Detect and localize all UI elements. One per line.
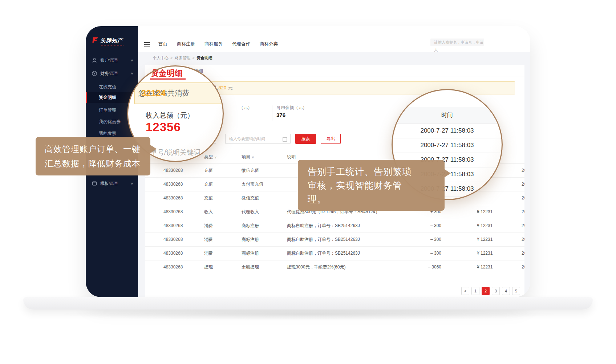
cell-type: 消费 [204,219,213,232]
pagination: < 1 2 3 4 5 [461,287,520,295]
cell-desc: 商标自助注册，订单号：SB2514263J [287,246,407,260]
export-button[interactable]: 导出 [321,134,341,144]
cell-project: 微信充值 [242,163,259,177]
banner-amount: 820 [219,85,227,90]
date-filter-input[interactable]: 输入你要查询的时间 [225,134,291,144]
cell-type: 消费 [204,246,213,260]
cell-amount: – 300 [412,246,441,260]
sidebar-item-account[interactable]: 账户管理 ∨ [86,55,138,66]
breadcrumb-item[interactable]: 个人中心 [153,56,169,60]
sidebar-item-recharge[interactable]: 在线充值 [99,81,137,92]
callout-text: 告别手工统计、告别繁琐 [308,165,435,178]
nav-item-trademark-services[interactable]: 商标服务 [204,41,223,47]
cell-order: 48330268 [163,260,183,274]
column-project[interactable]: 项目 [242,154,250,159]
cell-balance: ¥ 12231 [477,260,493,274]
stat2-label: （元） [239,105,252,111]
callout-text: 汇总数据，降低财务成本 [45,156,141,171]
cell-time: 2000-7-27 11:58:03 [522,246,524,260]
sidebar-item-label: 财务管理 [100,70,118,77]
callout-left: 高效管理账户订单、一键 汇总数据，降低财务成本 [36,137,150,175]
column-type[interactable]: 类型 [204,154,213,159]
global-search-input[interactable]: 请输入商标名，申请号，申请人 [430,39,484,46]
breadcrumb-separator: > [192,56,194,60]
laptop-shadow [62,308,556,320]
cell-type: 收入 [204,205,213,219]
callout-arrow-icon [150,145,157,153]
breadcrumb-current: 资金明细 [196,56,212,60]
table-row: 48330268提现余额提现提现3000元，手续费2%(60元)– 3060¥ … [145,260,524,274]
cell-order: 48330268 [163,232,183,246]
table-row: 48330268消费商标注册商标自助注册，订单号：SB2514263J– 300… [145,232,524,247]
lens-time-row: 2000-7-27 11:58:03 [393,138,502,153]
pagination-prev-button[interactable]: < [461,287,469,295]
search-button[interactable]: 搜索 [295,134,316,144]
cell-time: 2000-7-27 11:58:03 [522,219,524,232]
pagination-page-3[interactable]: 3 [492,287,500,295]
nav-item-trademark-register[interactable]: 商标注册 [177,41,195,47]
lens-time-row: 2000-7-27 11:58:03 [393,124,502,138]
cell-balance: ¥ 12231 [477,219,493,232]
nav-item-home[interactable]: 首页 [158,41,167,47]
lens-tab-fragment: 资金明细 [151,68,183,79]
logo-flag-icon [91,36,98,45]
lens-banner-amount: 32124 [141,88,166,98]
logo-title: 头牌知产 [100,37,123,44]
sidebar-item-finance[interactable]: 财务管理 ∧ [86,68,138,79]
breadcrumb-item[interactable]: 财务管理 [174,56,190,60]
chevron-up-icon: ∧ [130,72,134,75]
cell-order: 48330268 [163,205,183,219]
nav-item-trademark-category[interactable]: 商标分类 [260,41,278,47]
cell-project: 商标注册 [242,219,259,232]
chevron-down-icon: ∨ [130,182,134,185]
stat-balance-label: 可用余额（元） [276,105,307,111]
cell-time: 2000-7-27 11:58:03 [522,232,524,246]
nav-item-agency[interactable]: 代理合作 [232,41,250,47]
laptop-base [23,297,593,310]
callout-text: 高效管理账户订单、一键 [45,142,141,156]
user-icon [92,57,97,63]
sidebar-item-templates[interactable]: 模板管理 ∨ [86,178,138,189]
cell-project: 余额提现 [242,260,259,274]
cell-type: 提现 [204,260,213,274]
pagination-page-4[interactable]: 4 [502,287,510,295]
topbar: 首页 商标注册 商标服务 代理合作 商标分类 请输入商标名，申请号，申请人 [138,26,530,52]
callout-arrow-icon [445,169,451,177]
cell-type: 消费 [204,232,213,246]
cell-time: 2000-7-27 11:58:03 [522,177,524,191]
cell-project: 商标注册 [242,246,259,260]
sort-chevron-icon[interactable]: ∨ [214,155,217,159]
cell-type: 充值 [204,191,213,205]
logo[interactable]: 头牌知产 [91,36,123,45]
breadcrumb-separator: > [170,56,173,60]
cell-project: 支付宝充值 [242,177,263,191]
cell-amount: – 300 [412,232,441,246]
top-navigation: 首页 商标注册 商标服务 代理合作 商标分类 [158,41,278,47]
cell-amount: – 300 [412,219,441,232]
pagination-page-5[interactable]: 5 [512,287,520,295]
cell-balance: ¥ 12231 [477,246,493,260]
cell-amount: – 3060 [412,260,441,274]
callout-text: 审核，实现智能财务管 [308,178,435,192]
table-row: 48330268消费商标注册商标自助注册，订单号：SB2514263J– 300… [145,219,524,233]
hamburger-menu-icon[interactable] [144,42,150,48]
cell-time: 2000-7-27 11:58:03 [522,205,524,219]
template-icon [92,181,97,186]
table-row: 48330268消费商标注册商标自助注册，订单号：SB2514263J– 300… [145,246,524,260]
stat-balance-value: 376 [276,112,285,118]
sidebar-item-label: 账户管理 [100,57,118,64]
cell-order: 48330268 [163,219,183,232]
pagination-page-2[interactable]: 2 [482,287,490,295]
cell-time: 2000-7-27 11:58:03 [522,163,524,177]
cell-time: 2000-7-27 11:58:03 [522,191,524,205]
cell-desc: 商标自助注册，订单号：SB2514263J [287,219,407,232]
callout-right: 告别手工统计、告别繁琐 审核，实现智能财务管 理。 [298,160,445,211]
calendar-icon[interactable] [283,137,287,142]
callout-text: 理。 [308,192,435,206]
pagination-page-1[interactable]: 1 [471,287,479,295]
sort-chevron-icon[interactable]: ∨ [252,155,254,159]
logo-underline [101,45,123,46]
chevron-down-icon: ∨ [130,58,134,62]
cell-order: 48330268 [163,163,183,177]
breadcrumb: 个人中心>财务管理>资金明细 [153,55,212,61]
